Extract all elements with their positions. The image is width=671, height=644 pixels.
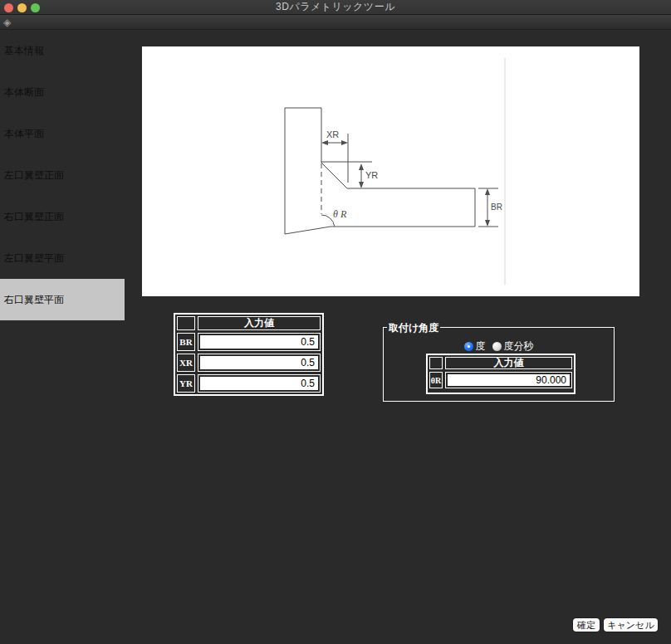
theta-r-input[interactable]: [448, 374, 570, 386]
drawing-lines: [285, 58, 505, 285]
sidebar-item-left-wing-front[interactable]: 左口翼壁正面: [0, 154, 125, 196]
sidebar-item-basic-info[interactable]: 基本情報: [0, 30, 125, 71]
parameter-table: 入力値 BR XR YR: [174, 313, 324, 396]
dms-radio[interactable]: [492, 342, 502, 351]
br-input[interactable]: [200, 335, 318, 349]
angle-table-corner-cell: [429, 357, 443, 369]
app-window: 3Dパラメトリックツール ◈ 基本情報 本体断面 本体平面 左口翼壁正面 右口翼…: [0, 0, 671, 644]
angle-table: 入力値 θR: [426, 354, 575, 394]
param-input-cell-xr: [198, 354, 321, 372]
param-input-cell-br: [198, 333, 321, 351]
yr-input[interactable]: [200, 377, 318, 390]
toolbar: ◈: [0, 15, 671, 30]
dimension-labels: XR YR BR θ R: [326, 129, 502, 220]
sidebar: 基本情報 本体断面 本体平面 左口翼壁正面 右口翼壁正面 左口翼壁平面 右口翼壁…: [0, 30, 125, 644]
param-row-label-yr: YR: [177, 374, 195, 393]
technical-drawing: XR YR BR θ R: [142, 46, 639, 296]
titlebar: 3Dパラメトリックツール: [0, 0, 671, 15]
window-title: 3Dパラメトリックツール: [0, 0, 671, 14]
mounting-angle-groupbox: 取付け角度 度 度分秒 入力値 θR: [383, 327, 615, 402]
sidebar-item-body-plan[interactable]: 本体平面: [0, 113, 125, 154]
param-table-corner-cell: [177, 316, 195, 330]
param-row-label-br: BR: [177, 333, 195, 351]
angle-table-header: 入力値: [445, 357, 572, 369]
diamond-tool-icon[interactable]: ◈: [3, 16, 11, 29]
xr-input[interactable]: [200, 356, 318, 369]
dim-label-br: BR: [491, 202, 502, 212]
dim-label-yr: YR: [365, 170, 378, 180]
sidebar-item-right-wing-front[interactable]: 右口翼壁正面: [0, 196, 125, 237]
angle-input-cell: [445, 372, 572, 388]
angle-row-label-theta-r: θR: [429, 372, 443, 388]
dim-label-theta-r: θ R: [333, 208, 347, 220]
dms-radio-label[interactable]: 度分秒: [504, 339, 534, 354]
param-table-header: 入力値: [198, 316, 321, 330]
sidebar-item-right-wing-plan[interactable]: 右口翼壁平面: [0, 279, 125, 320]
confirm-button[interactable]: 確定: [573, 618, 600, 632]
dimension-arrowheads: [321, 140, 490, 227]
dim-label-xr: XR: [326, 129, 339, 139]
cancel-button[interactable]: キャンセル: [604, 618, 658, 632]
sidebar-item-left-wing-plan[interactable]: 左口翼壁平面: [0, 237, 125, 279]
param-row-label-xr: XR: [177, 354, 195, 372]
param-input-cell-yr: [198, 374, 321, 393]
degrees-radio[interactable]: [464, 342, 473, 351]
angle-unit-radio-group: 度 度分秒: [384, 339, 614, 354]
sidebar-item-body-section[interactable]: 本体断面: [0, 71, 125, 113]
diagram-panel: XR YR BR θ R: [142, 46, 639, 296]
degrees-radio-label[interactable]: 度: [476, 339, 486, 354]
mounting-angle-legend: 取付け角度: [387, 321, 440, 335]
